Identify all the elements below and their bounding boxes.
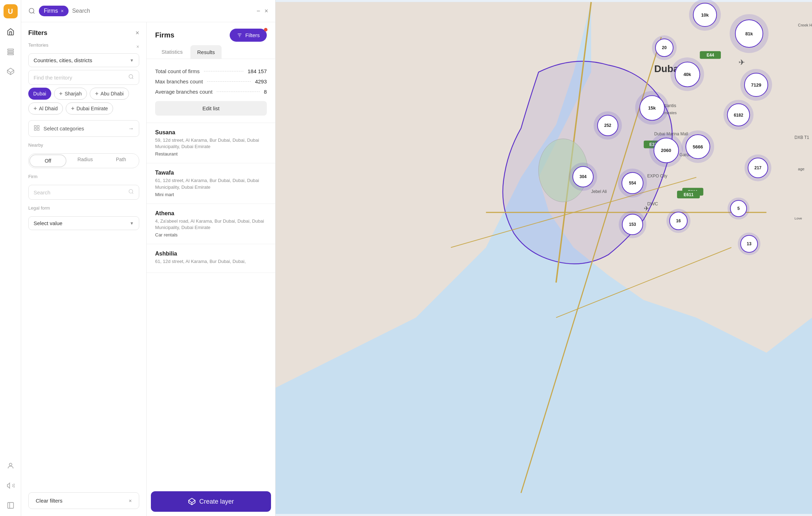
svg-text:DWC: DWC [647,201,658,206]
svg-text:age: age [798,167,804,171]
map-cluster-252[interactable]: 252 [594,111,622,140]
dropdown-arrow-icon: ▼ [130,58,134,63]
main-panel: Firms × − × Filters × Territories × Coun [21,0,276,516]
firm-search-icon [128,189,134,196]
legal-label: Legal form [28,205,139,211]
sidebar-icon-layers[interactable] [4,45,17,58]
sidebar-icon-stack[interactable] [4,65,17,78]
map-cluster-81k[interactable]: 81k [730,14,769,53]
svg-line-16 [132,193,133,194]
content-area: Filters × Territories × Countries, citie… [21,22,275,516]
tab-statistics[interactable]: Statistics [155,45,189,59]
cluster-label: 13 [740,235,758,253]
sidebar-icon-home[interactable] [4,25,17,38]
svg-rect-31 [682,188,704,196]
cluster-label: 6182 [727,104,750,127]
cluster-label: 217 [748,158,768,178]
svg-rect-0 [7,49,13,51]
svg-rect-2 [7,54,13,55]
map-cluster-10k[interactable]: 10k [689,0,721,31]
edit-list-button[interactable]: Edit list [155,101,267,116]
tag-add-icon: + [59,90,63,97]
categories-icon [34,125,40,132]
cluster-label: 16 [669,212,688,230]
cluster-label: 5666 [686,134,710,159]
map-cluster-16[interactable]: 16 [666,209,690,233]
sidebar-icon-megaphone[interactable] [4,479,17,492]
svg-rect-33 [677,191,700,199]
toggle-path[interactable]: Path [103,154,139,168]
tag-abu-dhabi[interactable]: + Abu Dhabi [90,88,129,100]
search-bar-actions: − × [257,7,268,15]
filters-btn-label: Filters [245,32,260,38]
svg-point-7 [29,8,34,13]
firm-item-athena[interactable]: Athena 4, Za'abeel road, Al Karama, Bur … [147,204,275,244]
nearby-section: Nearby Off Radius Path [28,142,139,168]
svg-text:DXB T1: DXB T1 [794,135,809,140]
svg-rect-21 [276,2,812,514]
app-sidebar: U [0,0,21,516]
firm-search[interactable]: Search [28,185,139,200]
map-cluster-304[interactable]: 304 [569,163,597,191]
filters-header: Filters × [28,29,139,37]
firm-address: 4, Za'abeel road, Al Karama, Bur Dubai, … [155,218,267,231]
tab-results[interactable]: Results [190,45,222,59]
search-icon[interactable] [28,7,35,14]
svg-text:E611: E611 [684,192,694,197]
tag-al-dhaid[interactable]: + Al Dhaid [28,102,63,115]
map-cluster-153[interactable]: 153 [619,211,646,238]
firm-item-ashbilia[interactable]: Ashbilia 61, 12d street, Al Karama, Bur … [147,244,275,273]
svg-rect-14 [37,129,39,130]
svg-rect-11 [34,125,36,127]
firm-category: Car rentals [155,232,267,238]
map-cluster-13[interactable]: 13 [738,233,760,255]
firm-item-tawafa[interactable]: Tawafa 61, 12d street, Al Karama, Bur Du… [147,163,275,204]
results-title: Firms [155,31,174,39]
map-area[interactable]: E311 E311 E611 E44 Dubai Atlantis of the… [276,0,812,516]
map-cluster-217[interactable]: 217 [745,154,771,181]
clear-filters-button[interactable]: Clear filters × [28,492,139,509]
map-cluster-2060[interactable]: 2060 [649,134,683,167]
map-cluster-5666[interactable]: 5666 [682,130,714,163]
map-cluster-5[interactable]: 5 [728,198,749,219]
legal-dropdown[interactable]: Select value ▼ [28,216,139,230]
search-input[interactable] [72,8,253,14]
sidebar-icon-sidebar[interactable] [4,499,17,512]
svg-marker-23 [276,2,591,388]
stat-total-label: Total count of firms [155,68,200,74]
svg-text:E311: E311 [688,189,698,194]
filters-close-button[interactable]: × [135,29,139,37]
firm-list: Susana 59, 12d street, Al Karama, Bur Du… [147,123,275,487]
app-logo[interactable]: U [4,4,18,18]
tag-add-icon-3: + [34,105,37,112]
create-layer-button[interactable]: Create layer [151,491,271,512]
map-cluster-6182[interactable]: 6182 [724,100,754,130]
svg-text:✈: ✈ [644,205,649,212]
filters-button[interactable]: Filters [230,29,267,42]
map-cluster-20[interactable]: 20 [652,35,677,60]
stat-max-label: Max branches count [155,78,203,84]
toggle-radius[interactable]: Radius [67,154,103,168]
tag-dubai[interactable]: Dubai [28,88,51,100]
map-cluster-15k[interactable]: 15k [635,91,669,125]
svg-point-4 [9,463,12,466]
svg-point-15 [129,189,133,193]
minimize-button[interactable]: − [257,7,260,15]
sidebar-icon-user[interactable] [4,459,17,472]
map-cluster-554[interactable]: 554 [618,169,647,198]
tag-dubai-emirate[interactable]: + Dubai Emirate [66,102,113,115]
search-chip[interactable]: Firms × [39,6,69,16]
firm-item-susana[interactable]: Susana 59, 12d street, Al Karama, Bur Du… [147,123,275,163]
territory-dropdown[interactable]: Countries, cities, districts ▼ [28,53,139,67]
categories-button[interactable]: Select categories → [28,120,139,137]
svg-text:E44: E44 [707,53,714,58]
cluster-label: 20 [655,39,673,57]
territory-search[interactable]: Find the territory [28,70,139,85]
tag-sharjah[interactable]: + Sharjah [54,88,87,100]
map-cluster-7129[interactable]: 7129 [740,69,772,101]
map-cluster-40k[interactable]: 40k [671,58,704,91]
territory-clear-button[interactable]: × [136,44,139,49]
search-chip-close[interactable]: × [61,8,64,14]
close-search-button[interactable]: × [264,7,268,15]
toggle-off[interactable]: Off [29,154,66,167]
